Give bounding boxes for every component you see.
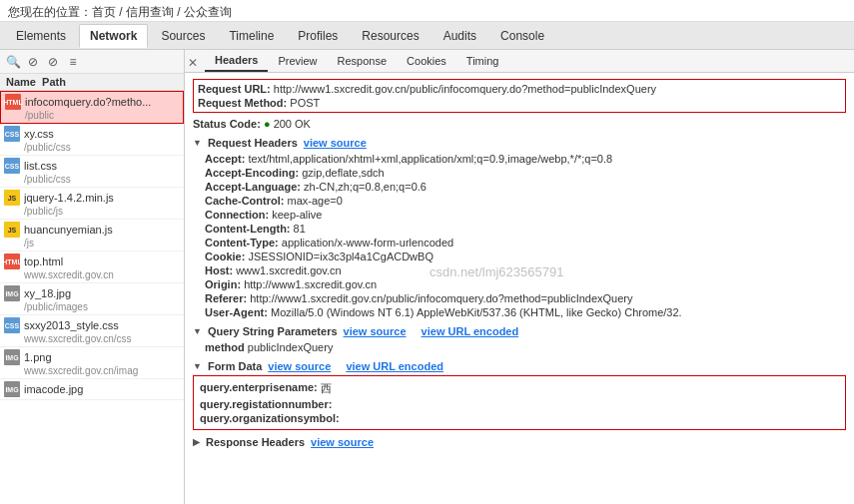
list-item[interactable]: JS huancunyemian.js /js [0,220,184,252]
detail-panel: ✕ Headers Preview Response Cookies Timin… [185,50,854,504]
request-headers-label: Request Headers [208,137,298,149]
tab-audits[interactable]: Audits [432,24,487,48]
form-view-source-link[interactable]: view source [268,360,331,372]
list-item[interactable]: IMG xy_18.jpg /public/images [0,283,184,315]
query-param-method: method publicIndexQuery [205,340,846,354]
file-path: /public/js [4,206,180,217]
header-accept-language: Accept-Language: zh-CN,zh;q=0.8,en;q=0.6 [205,180,846,194]
html-icon: HTML [5,94,21,110]
response-headers-section: ▶ Response Headers view source [193,436,846,448]
header-cache-control: Cache-Control: max-age=0 [205,194,846,208]
search-icon[interactable]: 🔍 [6,55,20,69]
file-path: www.sxcredit.gov.cn/css [4,333,180,344]
file-name: top.html [24,255,63,267]
tab-console[interactable]: Console [489,24,555,48]
header-accept: Accept: text/html,application/xhtml+xml,… [205,152,846,166]
tab-network[interactable]: Network [79,24,148,48]
toggle-icon[interactable]: ▼ [193,138,202,148]
detail-content: Request URL: http://www1.sxcredit.gov.cn… [185,73,854,504]
css-icon: CSS [4,158,20,174]
css-icon: CSS [4,126,20,142]
file-path: /public [5,110,179,121]
main-content-area: 🔍 ⊘ ⊘ ≡ Name Path HTML infocomquery.do?m… [0,50,854,504]
file-path: /public/css [4,142,180,153]
file-path: /js [4,238,180,249]
headers-list: Accept: text/html,application/xhtml+xml,… [193,152,846,319]
view-source-link[interactable]: view source [304,137,367,149]
query-view-url-encoded-link[interactable]: view URL encoded [422,325,519,337]
file-path: /public/images [4,301,180,312]
html-icon: HTML [4,253,20,269]
header-host: Host: www1.sxcredit.gov.cn [205,263,846,277]
query-view-source-link[interactable]: view source [344,325,407,337]
request-headers-section: ▼ Request Headers view source [193,137,846,149]
form-view-url-encoded-link[interactable]: view URL encoded [346,360,443,372]
file-name: list.css [24,160,57,172]
list-item[interactable]: CSS xy.css /public/css [0,124,184,156]
tab-cookies[interactable]: Cookies [397,51,456,71]
header-content-type: Content-Type: application/x-www-form-url… [205,236,846,250]
file-name: imacode.jpg [24,383,83,395]
file-path: www.sxcredit.gov.cn [4,269,180,280]
tab-preview[interactable]: Preview [268,51,327,71]
file-name: xy.css [24,128,54,140]
list-item[interactable]: CSS sxxy2013_style.css www.sxcredit.gov.… [0,315,184,347]
request-url-box: Request URL: http://www1.sxcredit.gov.cn… [193,79,846,113]
file-path: /public/css [4,174,180,185]
tab-profiles[interactable]: Profiles [287,24,349,48]
file-list: HTML infocomquery.do?metho... /public CS… [0,91,184,504]
network-toolbar: 🔍 ⊘ ⊘ ≡ [0,50,184,74]
toggle-icon[interactable]: ▼ [193,326,202,336]
tab-response[interactable]: Response [328,51,398,71]
list-item[interactable]: JS jquery-1.4.2.min.js /public/js [0,188,184,220]
file-name: infocomquery.do?metho... [25,96,151,108]
response-view-source-link[interactable]: view source [311,436,374,448]
request-url-row: Request URL: http://www1.sxcredit.gov.cn… [198,82,841,96]
file-name: sxxy2013_style.css [24,319,119,331]
tab-timing[interactable]: Timing [456,51,509,71]
close-button[interactable]: ✕ [185,55,201,71]
query-params-list: method publicIndexQuery [193,340,846,354]
status-code-label: Status Code: [193,118,261,130]
tab-timeline[interactable]: Timeline [218,24,285,48]
img-icon: IMG [4,381,20,397]
header-origin: Origin: http://www1.sxcredit.gov.cn [205,277,846,291]
column-name-label: Name [6,76,36,88]
query-string-label: Query String Parameters [208,325,338,337]
list-item[interactable]: HTML top.html www.sxcredit.gov.cn [0,252,184,283]
status-code-value: 200 OK [274,118,311,130]
tab-resources[interactable]: Resources [351,24,429,48]
form-organization-symbol: query.organizationsymbol: [200,411,839,425]
list-item[interactable]: HTML infocomquery.do?metho... /public [0,91,184,124]
tab-elements[interactable]: Elements [5,24,77,48]
header-content-length: Content-Length: 81 [205,222,846,236]
tab-headers[interactable]: Headers [205,50,268,72]
status-code-row: Status Code: ● 200 OK [193,117,846,131]
form-registation-number: query.registationnumber: [200,397,839,411]
request-method-row: Request Method: POST [198,96,841,110]
devtools-container: Elements Network Sources Timeline Profil… [0,22,854,504]
column-path-label: Path [42,76,66,88]
toggle-icon[interactable]: ▶ [193,437,200,447]
request-url-label: Request URL: [198,83,271,95]
js-icon: JS [4,190,20,206]
header-connection: Connection: keep-alive [205,208,846,222]
form-enterprise-name: query.enterprisename: 西 [200,380,839,397]
file-list-header: Name Path [0,74,184,91]
list-item[interactable]: IMG imacode.jpg [0,379,184,400]
clear-icon[interactable]: ⊘ [26,55,40,69]
filter-icon[interactable]: ⊘ [46,55,60,69]
list-icon[interactable]: ≡ [66,55,80,69]
form-data-label: Form Data [208,360,262,372]
form-data-section: ▼ Form Data view source view URL encoded [193,360,846,372]
file-path: www.sxcredit.gov.cn/imag [4,365,180,376]
main-tab-bar: Elements Network Sources Timeline Profil… [0,22,854,50]
query-string-section: ▼ Query String Parameters view source vi… [193,325,846,337]
response-headers-label: Response Headers [206,436,305,448]
list-item[interactable]: IMG 1.png www.sxcredit.gov.cn/imag [0,347,184,379]
file-panel: 🔍 ⊘ ⊘ ≡ Name Path HTML infocomquery.do?m… [0,50,185,504]
tab-sources[interactable]: Sources [150,24,216,48]
list-item[interactable]: CSS list.css /public/css [0,156,184,188]
toggle-icon[interactable]: ▼ [193,361,202,371]
request-method-label: Request Method: [198,97,287,109]
